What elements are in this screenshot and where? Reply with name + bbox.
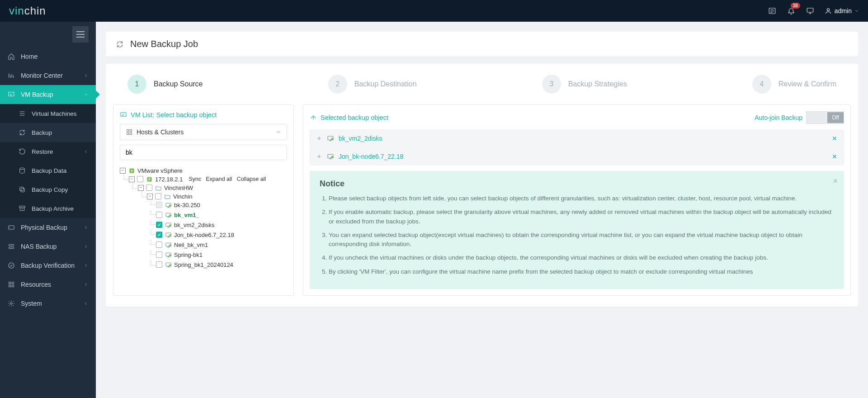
chart-icon [7, 71, 15, 80]
vm-icon [7, 90, 15, 99]
vm-icon [165, 211, 172, 218]
sidebar-item-system[interactable]: System [0, 294, 96, 313]
tree-node-label[interactable]: 172.18.2.1 [155, 176, 183, 183]
grid-icon [126, 128, 133, 136]
sidebar-item-monitor[interactable]: Monitor Center [0, 66, 96, 85]
notice-item: If you enable automatic backup, please s… [329, 208, 834, 226]
main-content: New Backup Job 1 Backup Source 2 Backup … [96, 22, 868, 398]
sidebar-item-label: Backup Data [32, 167, 89, 174]
sidebar-item-label: Resources [21, 281, 78, 288]
tree-checkbox[interactable] [156, 202, 162, 208]
sidebar-item-label: System [21, 300, 78, 307]
sidebar-sub-backup-data[interactable]: Backup Data [0, 161, 96, 180]
tree-checkbox[interactable] [137, 176, 143, 182]
selected-item-name: Jon_bk-node6.7_22.18 [339, 153, 827, 160]
tree-node-label[interactable]: VMware vSphere [137, 167, 183, 174]
notice-close-icon[interactable]: × [833, 176, 838, 186]
tree-node-label[interactable]: Vinchin [173, 193, 192, 200]
remove-icon[interactable] [831, 153, 838, 160]
tree-node-label[interactable]: Spring_bk1_20240124 [174, 261, 233, 268]
sidebar-item-label: NAS Backup [21, 243, 78, 250]
tree-node-label[interactable]: Neil_bk_vm1 [174, 242, 208, 248]
vm-icon [165, 201, 172, 208]
step-label: Backup Strategies [568, 80, 627, 88]
sidebar-item-physical-backup[interactable]: Physical Backup [0, 218, 96, 237]
vm-icon [165, 261, 172, 268]
sidebar-sub-virtual-machines[interactable]: Virtual Machines [0, 104, 96, 123]
verify-icon [7, 261, 15, 270]
step-2[interactable]: 2 Backup Destination [328, 75, 417, 94]
tree-checkbox[interactable] [156, 242, 162, 248]
autojoin-toggle[interactable]: Off [806, 111, 844, 124]
notice-item: If you uncheck the virtual machines or d… [329, 253, 834, 262]
expand-icon[interactable] [316, 135, 322, 142]
expand-icon[interactable] [316, 153, 322, 160]
sidebar-item-label: Restore [32, 148, 78, 155]
step-label: Backup Source [154, 80, 203, 88]
tree-node-label[interactable]: Spring-bk1 [174, 251, 203, 258]
sidebar-item-resources[interactable]: Resources [0, 275, 96, 294]
remove-icon[interactable] [831, 135, 838, 142]
host-icon [146, 175, 153, 183]
tree-action-expand-all[interactable]: Expand all [206, 176, 232, 182]
tree-collapse-toggle[interactable]: − [129, 176, 135, 182]
nas-icon [7, 242, 15, 251]
archive-icon [18, 204, 26, 213]
notifications-icon[interactable]: 38 [787, 6, 796, 15]
copy-icon [18, 185, 26, 194]
sidebar-item-home[interactable]: Home [0, 47, 96, 66]
folder-icon [155, 184, 162, 191]
list-icon[interactable] [768, 6, 777, 15]
tree-node-label[interactable]: bk_vm2_2disks [174, 222, 215, 228]
sidebar-item-backup-verification[interactable]: Backup Verification [0, 256, 96, 275]
vm-list-title: VM List: Select backup object [120, 111, 287, 118]
vm-list-panel: VM List: Select backup object Hosts & Cl… [113, 104, 294, 296]
user-menu[interactable]: admin [825, 7, 859, 14]
tree-collapse-toggle[interactable]: − [147, 194, 153, 199]
tree-checkbox[interactable] [156, 251, 162, 258]
tree-collapse-toggle[interactable]: − [120, 168, 126, 174]
vm-search-input[interactable] [120, 145, 287, 160]
tree-checkbox[interactable] [156, 212, 162, 218]
tree-action-collapse-all[interactable]: Collapse all [237, 176, 266, 182]
tree-node-label[interactable]: bk-30.250 [174, 202, 200, 208]
tree-action-sync[interactable]: Sync [189, 176, 201, 182]
vm-icon [327, 153, 334, 160]
step-4[interactable]: 4 Review & Confirm [752, 75, 836, 94]
sidebar-item-label: Monitor Center [21, 72, 78, 79]
sidebar-sub-backup-archive[interactable]: Backup Archive [0, 199, 96, 218]
monitor-icon[interactable] [806, 6, 815, 15]
step-1[interactable]: 1 Backup Source [127, 75, 203, 94]
chevron-left-icon [83, 282, 89, 287]
database-icon [18, 166, 26, 175]
sidebar-item-label: Virtual Machines [32, 110, 89, 117]
sidebar-item-vm-backup[interactable]: VM Backup [0, 85, 96, 104]
disk-icon [7, 223, 15, 232]
step-number: 4 [752, 75, 771, 94]
vm-tree: − VMware vSphere − [120, 166, 287, 275]
selected-item: bk_vm2_2disks [310, 129, 844, 147]
tree-checkbox[interactable] [156, 232, 162, 238]
tree-node-label[interactable]: VinchinHW [164, 185, 193, 191]
tree-checkbox[interactable] [155, 193, 161, 199]
step-number: 1 [127, 75, 146, 94]
sidebar-item-label: Physical Backup [21, 224, 78, 231]
tree-checkbox[interactable] [156, 222, 162, 228]
tree-collapse-toggle[interactable]: − [138, 185, 144, 191]
tree-checkbox[interactable] [146, 185, 152, 191]
tree-node-label[interactable]: Jon_bk-node6.7_22.18 [174, 232, 234, 238]
chevron-left-icon [83, 73, 89, 78]
sidebar-item-nas-backup[interactable]: NAS Backup [0, 237, 96, 256]
sidebar-sub-backup-copy[interactable]: Backup Copy [0, 180, 96, 199]
notification-badge: 38 [791, 3, 800, 9]
view-dropdown[interactable]: Hosts & Clusters [120, 124, 287, 140]
sidebar-toggle[interactable] [72, 26, 89, 43]
tree-checkbox[interactable] [156, 261, 162, 268]
tree-node-label[interactable]: bk_vm1_ [174, 212, 199, 218]
selected-panel: Selected backup object Auto-join Backup … [303, 104, 851, 296]
sidebar-sub-backup[interactable]: Backup [0, 123, 96, 142]
notice-item: By clicking 'VM Filter', you can configu… [329, 267, 834, 276]
notice-box: × Notice Please select backup objects fr… [310, 171, 844, 289]
sidebar-sub-restore[interactable]: Restore [0, 142, 96, 161]
step-3[interactable]: 3 Backup Strategies [542, 75, 627, 94]
